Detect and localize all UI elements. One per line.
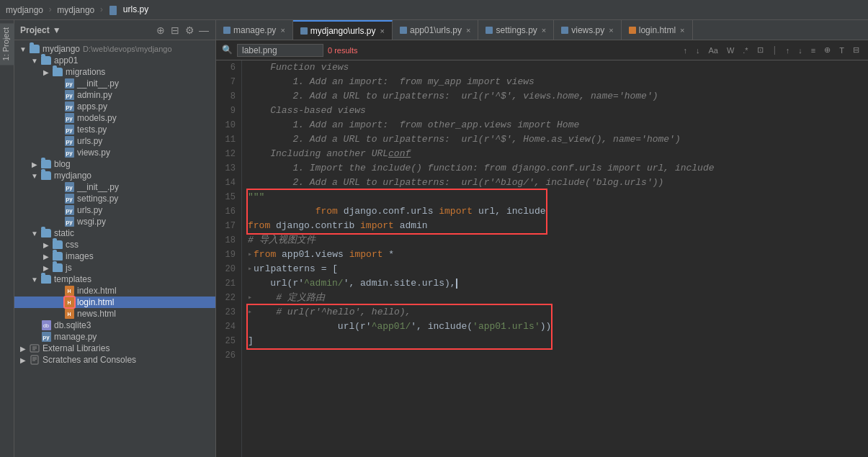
- collapse-btn[interactable]: ⊟: [169, 24, 181, 36]
- tab-mydjango-close[interactable]: ×: [380, 27, 385, 35]
- search-prev-btn[interactable]: ↑: [680, 45, 690, 55]
- gear-icon[interactable]: ⚙: [184, 24, 195, 36]
- tree-css[interactable]: ▶ css: [14, 239, 215, 250]
- line-10: 1. Add an import: from other_app.views i…: [248, 118, 862, 132]
- tree-migrations-label: migrations: [66, 67, 105, 77]
- tree-scratches[interactable]: ▶ Scratches and Consoles: [14, 354, 215, 366]
- tree-root[interactable]: ▼ mydjango D:\web\devops\mydjango: [14, 43, 215, 55]
- tree-db[interactable]: db db.sqlite3: [14, 320, 215, 331]
- tree-models-label: models.py: [77, 113, 117, 123]
- side-tab: 1: Project: [0, 20, 14, 457]
- tree-app01[interactable]: ▼ app01: [14, 55, 215, 66]
- arrow-js: ▶: [40, 264, 52, 272]
- tree-news-html[interactable]: H news.html: [14, 308, 215, 320]
- hide-btn[interactable]: —: [198, 24, 210, 36]
- tree-settings[interactable]: py settings.py: [14, 193, 215, 204]
- tree-models-py[interactable]: py models.py: [14, 112, 215, 124]
- search-text-btn[interactable]: T: [836, 45, 847, 55]
- tree-images-label: images: [66, 251, 94, 261]
- folder-icon-static: [40, 228, 52, 238]
- svg-rect-0: [109, 6, 117, 15]
- fold-19[interactable]: ▸: [248, 248, 252, 262]
- tab-mydjango-urls[interactable]: mydjango\urls.py ×: [293, 20, 393, 40]
- search-filter-btn[interactable]: ⊡: [754, 45, 766, 55]
- search-input[interactable]: [237, 44, 323, 57]
- search-list-btn[interactable]: ≡: [808, 45, 818, 55]
- tree-login-html[interactable]: H login.html: [14, 297, 215, 308]
- search-down-btn[interactable]: ↓: [795, 45, 805, 55]
- file-icon: [108, 5, 118, 15]
- tree-blog[interactable]: ▶ blog: [14, 158, 215, 170]
- line-13: 1. Import the include() function: from d…: [248, 161, 862, 176]
- tab-settings-close[interactable]: ×: [542, 26, 546, 35]
- line-16: from django.conf.urls import url, includ…: [248, 204, 862, 219]
- tree-views-app01[interactable]: py views.py: [14, 147, 215, 158]
- tree-manage[interactable]: py manage.py: [14, 331, 215, 343]
- line-25: ]: [248, 334, 862, 348]
- search-expand-btn[interactable]: ⊕: [821, 45, 833, 55]
- folder-icon-blog: [40, 159, 52, 169]
- file-tree: ▼ mydjango D:\web\devops\mydjango ▼ app0…: [14, 40, 215, 457]
- line-17: from django.contrib import admin: [248, 219, 862, 233]
- fold-20[interactable]: ▸: [248, 262, 252, 276]
- tree-templates[interactable]: ▼ templates: [14, 273, 215, 285]
- search-collapse-btn[interactable]: ⊟: [850, 45, 862, 55]
- tree-admin-py[interactable]: py admin.py: [14, 89, 215, 101]
- tree-migrations[interactable]: ▶ migrations: [14, 66, 215, 78]
- tab-login-close[interactable]: ×: [680, 26, 684, 35]
- tab-views-close[interactable]: ×: [609, 26, 613, 35]
- py-icon-settings: py: [63, 194, 75, 204]
- tab-app01-urls[interactable]: app01\urls.py ×: [393, 20, 478, 40]
- tree-external[interactable]: ▶ External Libraries: [14, 343, 215, 354]
- search-word-btn[interactable]: W: [724, 45, 737, 55]
- tree-tests-py[interactable]: py tests.py: [14, 124, 215, 135]
- sync-btn[interactable]: ⊕: [155, 24, 166, 36]
- tab-manage[interactable]: manage.py ×: [216, 20, 293, 40]
- py-icon-tests: py: [63, 125, 75, 135]
- search-case-btn[interactable]: Aa: [705, 45, 720, 55]
- tab-views[interactable]: views.py ×: [554, 20, 621, 40]
- tab-views-label: views.py: [571, 25, 604, 35]
- tree-apps-py[interactable]: py apps.py: [14, 101, 215, 112]
- tab-login-html[interactable]: login.html ×: [622, 20, 693, 40]
- tree-settings-label: settings.py: [77, 194, 118, 204]
- code-content[interactable]: Function views 1. Add an import: from my…: [242, 60, 868, 457]
- sep1: ›: [48, 5, 53, 15]
- line-18: # 导入视图文件: [248, 233, 862, 248]
- tree-urls-mydjango[interactable]: py urls.py: [14, 204, 215, 216]
- folder-icon-templates: [40, 274, 52, 284]
- tree-static[interactable]: ▼ static: [14, 227, 215, 239]
- folder-icon-app01: [40, 55, 52, 65]
- search-results: 0 results: [328, 46, 358, 55]
- search-next-btn[interactable]: ↓: [693, 45, 703, 55]
- tree-external-label: External Libraries: [42, 343, 109, 353]
- db-icon: db: [40, 320, 52, 330]
- tab-login-label: login.html: [639, 25, 676, 35]
- tree-wsgi[interactable]: py wsgi.py: [14, 216, 215, 227]
- tree-urls-app01[interactable]: py urls.py: [14, 135, 215, 147]
- project-tab[interactable]: 1: Project: [0, 23, 14, 65]
- tab-manage-close[interactable]: ×: [280, 26, 285, 35]
- svg-rect-5: [31, 356, 38, 364]
- tree-images[interactable]: ▶ images: [14, 250, 215, 262]
- scratch-icon: [29, 355, 40, 365]
- tab-app01-close[interactable]: ×: [466, 26, 470, 35]
- search-regex-btn[interactable]: .*: [740, 45, 751, 55]
- panel-title: Project ▼: [20, 25, 61, 35]
- folder-icon-js: [52, 263, 63, 273]
- search-up-btn[interactable]: ↑: [783, 45, 793, 55]
- fold-22[interactable]: ▸: [248, 291, 252, 305]
- tree-index-html[interactable]: H index.html: [14, 285, 215, 297]
- folder-icon-images: [52, 251, 63, 261]
- tree-init-label: __init__.py: [77, 78, 119, 89]
- tree-init-app01[interactable]: py __init__.py: [14, 78, 215, 89]
- tree-js[interactable]: ▶ js: [14, 262, 215, 273]
- tree-js-label: js: [66, 263, 72, 273]
- line-6: Function views: [248, 60, 862, 75]
- arrow-templates: ▼: [29, 276, 40, 284]
- tree-mydjango[interactable]: ▼ mydjango: [14, 170, 215, 181]
- tree-tests-label: tests.py: [77, 125, 107, 135]
- file-name: urls.py: [108, 4, 148, 15]
- tab-settings[interactable]: settings.py ×: [478, 20, 554, 40]
- tree-init-mydjango[interactable]: py __init__.py: [14, 181, 215, 193]
